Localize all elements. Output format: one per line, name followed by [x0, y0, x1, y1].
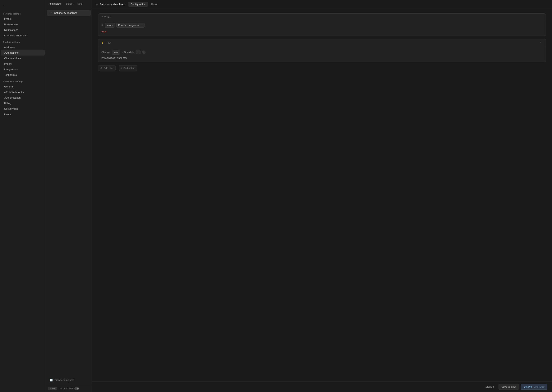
sidebar-item-label: Task forms	[4, 73, 17, 76]
action-property-pill[interactable]: ▾	[136, 50, 140, 54]
automation-title-text: Set priority deadlines	[100, 3, 125, 6]
sidebar-item-label: Profile	[4, 17, 12, 20]
automations-list: ✳ Set priority deadlines	[46, 8, 92, 375]
middle-tab-status[interactable]: Status	[66, 2, 73, 6]
automation-sparkle-icon: ✳	[50, 11, 52, 14]
when-label-text: When	[104, 16, 111, 18]
sidebar-item-task-forms[interactable]: Task forms	[1, 72, 45, 78]
when-icon: ✳	[102, 15, 103, 18]
sidebar-item-automations[interactable]: Automations	[1, 50, 45, 56]
sidebar-item-label: Automations	[4, 51, 19, 54]
chevron-down-icon: ▾	[142, 24, 143, 26]
then-label: ⚡ Then	[102, 42, 111, 44]
discard-button[interactable]: Discard	[483, 384, 497, 390]
trigger-action-pill[interactable]: Priority changes to... ▾	[116, 23, 145, 28]
trigger-action-text: Priority changes to...	[118, 24, 141, 27]
main-header: ✳ Set priority deadlines Configuration R…	[92, 0, 552, 9]
active-toggle[interactable]	[74, 387, 79, 390]
set-live-label: Set live	[524, 385, 532, 388]
then-label-text: Then	[105, 42, 112, 44]
main-content: ✳ Set priority deadlines Configuration R…	[92, 0, 552, 392]
sidebar-item-billing[interactable]: Billing	[1, 100, 45, 106]
then-card: ⚡ Then ✕ Change task 's Due date ▾ i	[98, 39, 546, 62]
middle-status-bar: + New 0% runs used	[46, 385, 92, 392]
sidebar-item-label: General	[4, 85, 14, 88]
automation-list-item[interactable]: ✳ Set priority deadlines	[47, 10, 91, 16]
main-body: ✳ When A task ▾ Priority changes to... ▾	[92, 9, 552, 381]
sidebar-item-label: Import	[4, 63, 12, 65]
workspace-settings-label: Workspace settings	[0, 78, 46, 84]
sidebar-item-authentication[interactable]: Authentication	[1, 95, 45, 100]
tab-runs[interactable]: Runs	[149, 2, 160, 7]
browse-templates-button[interactable]: 📄 Browse templates	[48, 378, 89, 383]
sidebar-item-label: Integrations	[4, 68, 18, 71]
priority-value: High	[102, 29, 107, 34]
sidebar-item-label: API & Webhooks	[4, 91, 24, 94]
when-card: ✳ When A task ▾ Priority changes to... ▾	[98, 14, 546, 36]
middle-panel: Automations · Status · Runs ✳ Set priori…	[46, 0, 92, 392]
runs-used-label: 0% runs used	[59, 387, 73, 390]
sidebar-item-preferences[interactable]: Preferences	[1, 22, 45, 27]
middle-footer: 📄 Browse templates	[46, 375, 92, 385]
when-label: ✳ When	[102, 15, 111, 18]
sidebar-item-label: Authentication	[4, 96, 21, 99]
sidebar-item-keyboard-shortcuts[interactable]: Keyboard shortcuts	[1, 33, 45, 38]
sidebar-item-label: Billing	[4, 102, 11, 105]
middle-tab-runs[interactable]: Runs	[77, 2, 82, 6]
product-settings-label: Product settings	[0, 38, 46, 44]
new-badge[interactable]: + New	[48, 387, 57, 390]
sidebar-item-label: Preferences	[4, 23, 18, 26]
add-action-button[interactable]: + Add action	[119, 65, 137, 71]
sidebar-item-label: Users	[4, 113, 11, 116]
add-filter-button[interactable]: ⚙ Add filter	[98, 65, 116, 71]
when-card-body: A task ▾ Priority changes to... ▾ High	[98, 20, 546, 36]
back-button[interactable]: ←	[0, 3, 46, 10]
sidebar-item-general[interactable]: General	[1, 84, 45, 89]
book-icon: 📄	[50, 378, 53, 381]
action-prefix: Change	[102, 51, 110, 54]
chevron-down-icon: ▾	[138, 51, 138, 53]
new-badge-label: New	[51, 387, 56, 390]
middle-header-sep-2: ·	[74, 2, 75, 5]
middle-header: Automations · Status · Runs	[46, 0, 92, 8]
automation-title: ✳ Set priority deadlines	[96, 3, 125, 6]
middle-header-sep-1: ·	[64, 2, 64, 5]
sidebar-item-integrations[interactable]: Integrations	[1, 67, 45, 72]
info-icon[interactable]: i	[142, 50, 145, 54]
sidebar-item-api-webhooks[interactable]: API & Webhooks	[1, 89, 45, 95]
sidebar-item-chat-mentions[interactable]: Chat mentions	[1, 56, 45, 61]
sidebar-item-label: Notifications	[4, 28, 18, 31]
sidebar: ← Personal settings Profile Preferences …	[0, 0, 46, 392]
add-action-label: Add action	[123, 67, 135, 70]
then-card-close-button[interactable]: ✕	[538, 41, 543, 45]
sidebar-item-label: Keyboard shortcuts	[4, 34, 26, 37]
sidebar-item-label: Attributes	[4, 46, 15, 49]
filter-icon: ⚙	[100, 67, 102, 70]
automation-list-item-label: Set priority deadlines	[54, 12, 77, 14]
sidebar-item-notifications[interactable]: Notifications	[1, 27, 45, 33]
sidebar-item-attributes[interactable]: Attributes	[1, 44, 45, 50]
when-card-header: ✳ When	[98, 14, 546, 20]
trigger-subject-pill[interactable]: task ▾	[105, 23, 115, 28]
sidebar-item-import[interactable]: Import	[1, 61, 45, 67]
chevron-down-icon: ▾	[112, 24, 113, 26]
plus-icon: +	[50, 387, 51, 390]
action-property-label: 's Due date	[122, 51, 134, 54]
save-draft-button[interactable]: Save as draft	[499, 384, 519, 390]
action-subject-pill[interactable]: task	[112, 50, 120, 55]
sidebar-item-profile[interactable]: Profile	[1, 16, 45, 22]
sidebar-item-label: Chat mentions	[4, 57, 21, 60]
set-live-button[interactable]: Set live Cmd+Enter	[521, 384, 547, 390]
then-icon: ⚡	[102, 42, 104, 44]
sidebar-item-users[interactable]: Users	[1, 112, 45, 117]
then-card-header: ⚡ Then ✕	[98, 39, 546, 47]
then-card-body: Change task 's Due date ▾ i 2 weekday(s)…	[98, 47, 546, 62]
main-tabs: Configuration Runs	[128, 2, 160, 7]
plus-icon: +	[121, 67, 122, 70]
tab-configuration[interactable]: Configuration	[128, 2, 148, 7]
sidebar-item-security-log[interactable]: Security log	[1, 106, 45, 112]
action-row: Change task 's Due date ▾ i	[102, 50, 543, 55]
trigger-subject-text: task	[107, 24, 111, 27]
add-filter-label: Add filter	[104, 67, 113, 70]
middle-tab-automations[interactable]: Automations	[49, 2, 62, 6]
